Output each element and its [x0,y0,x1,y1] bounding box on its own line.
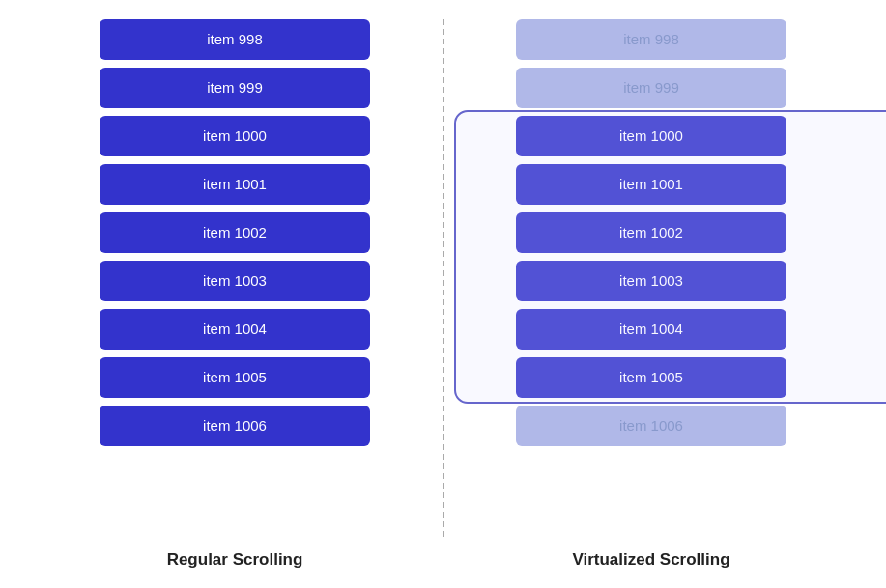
list-item: item 998 [100,19,370,60]
list-item: item 1005 [516,357,786,398]
list-item: item 1000 [100,116,370,156]
columns-wrapper: item 998item 999item 1000item 1001item 1… [28,19,859,537]
label-regular: Regular Scrolling [28,550,443,570]
label-virtualized: Virtualized Scrolling [444,550,859,570]
list-item: item 1004 [516,309,786,350]
list-item: item 1002 [100,212,370,253]
list-item: item 998 [516,19,786,60]
col-virtualized: visible viewport item 998item 999item 10… [444,19,859,454]
list-item: item 1002 [516,212,786,253]
list-item: item 1003 [100,261,370,301]
list-item: item 1001 [516,164,786,205]
list-item: item 1005 [100,357,370,398]
list-item: item 1006 [100,406,370,446]
labels-row: Regular Scrolling Virtualized Scrolling [28,550,859,570]
list-item: item 1000 [516,116,786,156]
list-item: item 1004 [100,309,370,350]
list-item: item 1003 [516,261,786,301]
col-regular: item 998item 999item 1000item 1001item 1… [28,19,443,454]
diagram: item 998item 999item 1000item 1001item 1… [28,19,859,570]
list-item: item 999 [100,68,370,108]
list-item: item 1001 [100,164,370,205]
list-item: item 999 [516,68,786,108]
list-item: item 1006 [516,406,786,446]
